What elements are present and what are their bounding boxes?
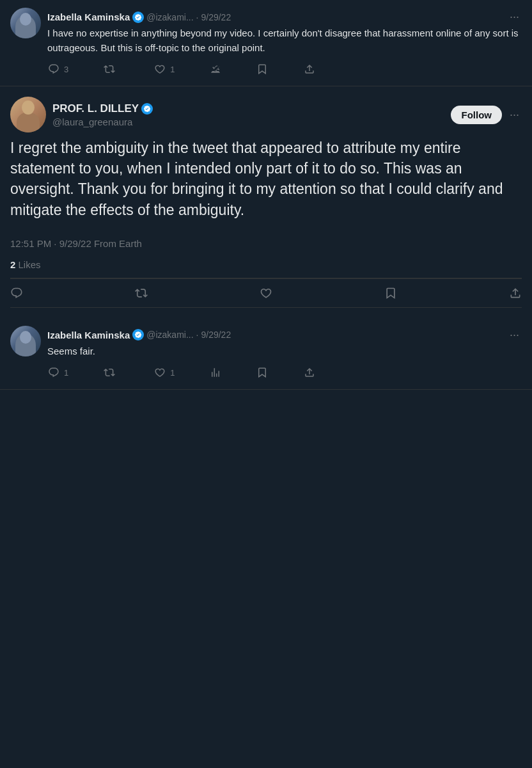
share-icon xyxy=(303,63,316,76)
verified-icon-3 xyxy=(132,329,144,340)
tweet-2-text: I regret the ambiguity in the tweet that… xyxy=(10,138,522,220)
reply-icon-2 xyxy=(10,287,23,300)
tweet-3-username: @izakami... xyxy=(146,330,193,340)
tweet-3-display-name: Izabella Kaminska xyxy=(47,330,130,340)
retweet-icon xyxy=(103,63,116,76)
bookmark-action[interactable] xyxy=(256,63,269,76)
tweet-1-actions: 3 1 xyxy=(47,63,316,76)
like-icon-3 xyxy=(153,366,166,379)
avatar-dilley xyxy=(10,97,46,132)
like-count-3: 1 xyxy=(170,368,175,378)
avatar xyxy=(10,8,41,38)
tweet-1-timestamp: 9/29/22 xyxy=(201,12,231,22)
reply-icon xyxy=(47,63,60,76)
like-action-3[interactable]: 1 xyxy=(153,366,175,379)
bookmark-action-2[interactable] xyxy=(384,287,397,300)
like-count: 1 xyxy=(170,65,175,74)
retweet-action[interactable] xyxy=(103,63,120,76)
tweet-2: PROF. L. DILLEY @laura_greenaura Follow … xyxy=(0,86,532,318)
retweet-action-3[interactable] xyxy=(103,366,120,379)
tweet-2-likes: 2 Likes xyxy=(10,254,522,278)
share-action-3[interactable] xyxy=(303,366,316,379)
reply-count: 3 xyxy=(64,65,68,74)
follow-button[interactable]: Follow xyxy=(451,106,502,124)
tweet-1-meta-row: Izabella Kaminska @izakami... · 9/29/22 … xyxy=(47,8,522,26)
reply-count-3: 1 xyxy=(64,368,68,378)
tweet-3-more-button[interactable]: ··· xyxy=(507,326,522,344)
likes-label: Likes xyxy=(15,259,40,270)
views-action[interactable] xyxy=(209,63,222,76)
tweet-1-username: @izakami... xyxy=(146,12,193,22)
tweet-1-more-button[interactable]: ··· xyxy=(507,8,522,26)
tweet-1: Izabella Kaminska @izakami... · 9/29/22 … xyxy=(0,0,532,86)
bookmark-icon xyxy=(256,63,269,76)
tweet-2-meta: PROF. L. DILLEY @laura_greenaura xyxy=(52,102,153,127)
reply-action[interactable]: 3 xyxy=(47,63,68,76)
like-icon-2 xyxy=(260,287,272,300)
tweet-2-user: PROF. L. DILLEY @laura_greenaura xyxy=(10,97,153,132)
avatar-3 xyxy=(10,326,41,356)
views-icon xyxy=(209,63,222,76)
verified-icon xyxy=(132,12,144,23)
tweet-3-meta-row: Izabella Kaminska @izakami... · 9/29/22 … xyxy=(47,326,522,344)
reply-action-2[interactable] xyxy=(10,287,23,300)
verified-icon-2 xyxy=(141,103,153,115)
bookmark-icon-3 xyxy=(256,366,269,379)
bookmark-action-3[interactable] xyxy=(256,366,269,379)
tweet-2-name-row: PROF. L. DILLEY xyxy=(52,102,153,115)
tweet-2-actions xyxy=(10,278,522,308)
tweet-2-display-name: PROF. L. DILLEY xyxy=(52,102,139,115)
like-action[interactable]: 1 xyxy=(153,63,175,76)
tweet-3-header: Izabella Kaminska @izakami... · 9/29/22 … xyxy=(10,326,522,380)
retweet-action-2[interactable] xyxy=(135,287,148,300)
tweet-1-display-name: Izabella Kaminska xyxy=(47,12,130,22)
tweet-2-more-button[interactable]: ··· xyxy=(507,106,522,124)
like-icon xyxy=(153,63,166,76)
share-icon-2 xyxy=(509,287,522,300)
reply-icon-3 xyxy=(47,366,60,379)
tweet-3-actions: 1 1 xyxy=(47,366,316,379)
retweet-icon-2 xyxy=(135,287,148,300)
tweet-3: Izabella Kaminska @izakami... · 9/29/22 … xyxy=(0,318,532,390)
tweet-3-timestamp: 9/29/22 xyxy=(201,330,231,340)
tweet-3-user-info: Izabella Kaminska @izakami... · 9/29/22 xyxy=(47,329,231,340)
like-action-2[interactable] xyxy=(260,287,272,300)
bookmark-icon-2 xyxy=(384,287,397,300)
reply-action-3[interactable]: 1 xyxy=(47,366,68,379)
tweet-2-timestamp: 12:51 PM · 9/29/22 From Earth xyxy=(10,230,522,254)
share-action[interactable] xyxy=(303,63,316,76)
tweet-2-username: @laura_greenaura xyxy=(52,116,153,127)
tweet-3-text: Seems fair. xyxy=(47,344,522,359)
share-icon-3 xyxy=(303,366,316,379)
views-icon-3 xyxy=(209,366,222,379)
tweet-1-user-info: Izabella Kaminska @izakami... · 9/29/22 xyxy=(47,12,231,23)
views-action-3[interactable] xyxy=(209,366,222,379)
tweet-1-header: Izabella Kaminska @izakami... · 9/29/22 … xyxy=(10,8,522,76)
tweet-1-text: I have no expertise in anything beyond m… xyxy=(47,26,522,55)
tweet-2-header: PROF. L. DILLEY @laura_greenaura Follow … xyxy=(10,97,522,132)
retweet-icon-3 xyxy=(103,366,116,379)
share-action-2[interactable] xyxy=(509,287,522,300)
